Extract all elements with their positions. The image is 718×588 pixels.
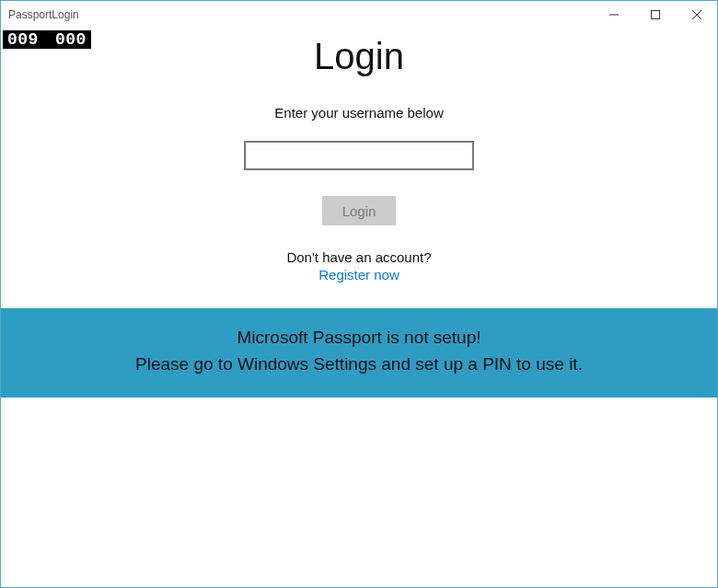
banner-line-2: Please go to Windows Settings and set up… — [10, 352, 708, 378]
login-button[interactable]: Login — [322, 196, 396, 225]
window-title: PassportLogin — [8, 8, 79, 21]
counter-left: 009 — [7, 30, 39, 49]
client-area: 009 000 Login Enter your username below … — [1, 29, 717, 587]
banner-line-1: Microsoft Passport is not setup! — [10, 325, 708, 352]
username-prompt: Enter your username below — [274, 105, 443, 121]
no-account-text: Don't have an account? — [286, 249, 431, 265]
window-titlebar: PassportLogin — [1, 1, 717, 29]
counter-right: 000 — [55, 30, 87, 49]
username-input[interactable] — [244, 141, 474, 170]
debug-counter: 009 000 — [3, 30, 91, 49]
register-link[interactable]: Register now — [318, 267, 400, 282]
close-button[interactable] — [676, 1, 717, 29]
page-title: Login — [314, 36, 404, 77]
minimize-button[interactable] — [593, 1, 634, 29]
svg-rect-1 — [651, 11, 659, 19]
status-banner: Microsoft Passport is not setup! Please … — [1, 308, 717, 398]
maximize-button[interactable] — [634, 1, 676, 29]
login-panel: Login Enter your username below Login Do… — [1, 29, 717, 398]
